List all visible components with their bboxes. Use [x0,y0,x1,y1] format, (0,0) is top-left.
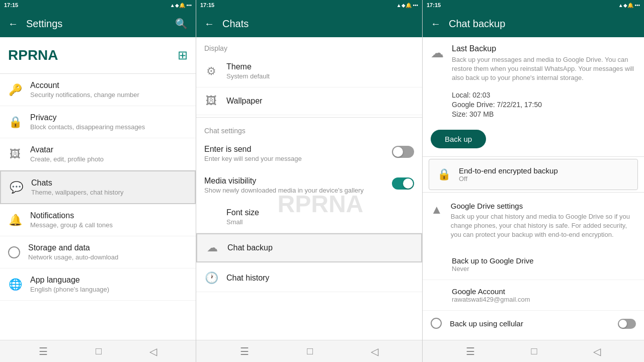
account-subtitle: Security notifications, change number [30,91,139,99]
cellular-backup-title: Back up using cellular [450,319,523,328]
storage-title: Storage and data [28,243,118,252]
settings-back-button[interactable]: ← [8,18,18,30]
font-size-option[interactable]: Font size Small [196,201,422,233]
settings-app-bar: ← Settings 🔍 [0,10,196,37]
chats-subtitle: Theme, wallpapers, chat history [31,189,124,196]
enter-send-row: Enter is send Enter key will send your m… [196,138,422,169]
sidebar-item-storage[interactable]: Storage and data Network usage, auto-dow… [0,236,196,268]
privacy-subtitle: Block contacts, disappearing messages [30,123,145,131]
cellular-backup-row: Back up using cellular [423,311,644,336]
chat-backup-panel: 17:15 ▲◆🔔 ••• ← Chat backup ☁ Last Backu… [423,0,644,362]
account-icon: 🔑 [8,83,22,97]
language-icon: 🌐 [8,278,22,291]
theme-option[interactable]: ⚙ Theme System default [196,55,422,87]
right-nav-back-icon[interactable]: ◁ [593,345,601,357]
enter-send-subtitle: Enter key will send your message [204,155,384,162]
wallpaper-title: Wallpaper [226,97,262,106]
middle-status-bar: 17:15 ▲◆🔔 ••• [196,0,422,10]
theme-subtitle: System default [226,72,270,80]
wallpaper-icon: 🖼 [204,95,218,108]
backup-frequency-option[interactable]: Back up to Google Drive Never [423,249,644,280]
backup-frequency-value: Never [452,265,534,273]
gdrive-settings-title: Google Drive settings [451,202,636,210]
wallpaper-option[interactable]: 🖼 Wallpaper [196,87,422,115]
storage-subtitle: Network usage, auto-download [28,253,118,261]
sidebar-item-chats[interactable]: 💬 Chats Theme, wallpapers, chat history [0,170,196,204]
sidebar-item-notifications[interactable]: 🔔 Notifications Message, group & call to… [0,204,196,236]
cellular-icon [431,318,442,329]
cloud-upload-icon: ☁ [431,45,444,61]
avatar-icon: 🖼 [8,148,22,161]
divider-1 [196,117,422,118]
gdrive-settings-item: ▲ Google Drive settings Back up your cha… [423,195,644,250]
middle-nav-home-icon[interactable]: □ [307,345,313,357]
settings-title: Settings [26,18,167,30]
chats-title: Chats [222,18,414,30]
storage-icon [8,246,20,258]
cellular-backup-knob [619,320,627,328]
chats-back-button[interactable]: ← [204,18,214,30]
chat-backup-icon: ☁ [205,241,219,254]
settings-search-button[interactable]: 🔍 [175,18,188,30]
google-account-option[interactable]: Google Account rawatswati429@gmail.com [423,280,644,311]
middle-status-icons: ▲◆🔔 ••• [396,3,418,8]
right-nav-menu-icon[interactable]: ☰ [466,345,475,357]
theme-title: Theme [226,62,270,71]
left-nav-back-icon[interactable]: ◁ [149,345,157,357]
account-title: Account [30,81,139,90]
left-bottom-nav: ☰ □ ◁ [0,340,196,362]
backup-frequency-title: Back up to Google Drive [452,256,534,265]
enter-send-knob [393,147,403,157]
left-nav-home-icon[interactable]: □ [96,345,102,357]
enter-send-toggle[interactable] [392,146,414,158]
privacy-title: Privacy [30,113,145,122]
avatar-title: Avatar [30,145,104,154]
chat-settings-label: Chat settings [196,120,422,138]
gdrive-settings-desc: Back up your chat history and media to G… [451,212,636,240]
font-size-subtitle: Small [226,218,259,226]
back-up-button[interactable]: Back up [431,130,486,148]
lock-icon: 🔒 [437,168,451,181]
right-nav-home-icon[interactable]: □ [531,345,537,357]
middle-time: 17:15 [200,2,214,8]
enter-send-title: Enter is send [204,145,384,154]
chat-history-icon: 🕐 [204,272,218,285]
left-time: 17:15 [4,2,18,8]
sidebar-item-avatar[interactable]: 🖼 Avatar Create, edit, profile photo [0,138,196,170]
settings-content: RPRNA ⊞ 🔑 Account Security notifications… [0,37,196,340]
chat-backup-option[interactable]: ☁ Chat backup [196,233,422,262]
middle-nav-back-icon[interactable]: ◁ [371,345,378,357]
left-status-bar: 17:15 ▲◆🔔 ••• [0,0,196,10]
right-bottom-nav: ☰ □ ◁ [423,340,644,362]
media-visibility-title: Media visibility [204,176,384,186]
backup-app-bar: ← Chat backup [423,10,644,37]
media-visibility-subtitle: Show newly downloaded media in your devi… [204,187,384,194]
backup-back-button[interactable]: ← [431,18,441,30]
backup-button-row: Back up [423,126,644,154]
right-status-bar: 17:15 ▲◆🔔 ••• [423,0,644,10]
notifications-subtitle: Message, group & call tones [30,221,113,229]
avatar-subtitle: Create, edit, profile photo [30,155,104,163]
middle-nav-menu-icon[interactable]: ☰ [240,345,249,357]
chat-history-option[interactable]: 🕐 Chat history [196,264,422,292]
e2e-backup-title: End-to-end encrypted backup [459,166,558,175]
language-title: App language [30,276,109,285]
cellular-backup-toggle[interactable] [618,319,636,329]
media-visibility-toggle[interactable] [392,177,414,190]
last-backup-desc: Back up your messages and media to Googl… [452,55,636,83]
chats-content: RPRNA Display ⚙ Theme System default 🖼 W… [196,37,422,340]
font-size-title: Font size [226,208,259,217]
notifications-icon: 🔔 [8,214,22,227]
right-time: 17:15 [427,2,441,8]
sidebar-item-language[interactable]: 🌐 App language English (phone's language… [0,268,196,301]
profile-name: RPRNA [8,47,170,63]
last-backup-title: Last Backup [452,44,636,53]
e2e-backup-option[interactable]: 🔒 End-to-end encrypted backup Off [429,159,638,190]
qr-icon[interactable]: ⊞ [178,48,188,62]
left-nav-menu-icon[interactable]: ☰ [39,345,48,357]
sidebar-item-privacy[interactable]: 🔒 Privacy Block contacts, disappearing m… [0,106,196,138]
chat-history-title: Chat history [226,274,269,283]
notifications-title: Notifications [30,211,113,220]
sidebar-item-account[interactable]: 🔑 Account Security notifications, change… [0,74,196,106]
chat-backup-title: Chat backup [227,243,273,252]
